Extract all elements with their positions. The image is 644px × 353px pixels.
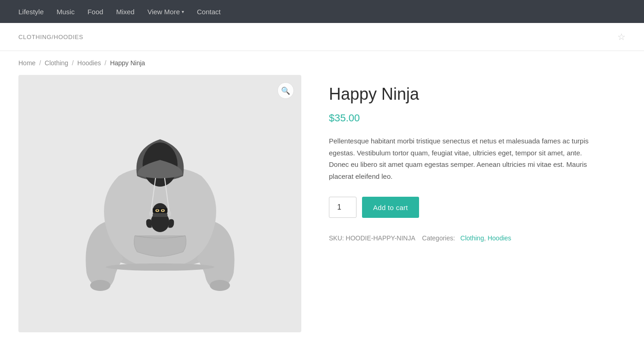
svg-point-16 (106, 263, 214, 271)
product-description: Pellentesque habitant morbi tristique se… (329, 135, 596, 182)
category-clothing-link[interactable]: Clothing (460, 234, 484, 242)
breadcrumb-separator: / (70, 59, 75, 67)
categories-label: Categories: (422, 234, 455, 242)
svg-rect-13 (153, 213, 167, 217)
top-navigation: LifestyleMusicFoodMixedView More▾Contact (0, 0, 644, 23)
category-hoodies-link[interactable]: Hoodies (488, 234, 511, 242)
add-to-cart-button[interactable]: Add to cart (362, 197, 419, 218)
nav-item-lifestyle[interactable]: Lifestyle (18, 8, 44, 16)
product-price: $35.00 (329, 112, 626, 124)
breadcrumb-separator: / (37, 59, 43, 67)
nav-item-contact[interactable]: Contact (197, 8, 221, 16)
sub-header-title: CLOTHING/HOODIES (18, 34, 83, 40)
sku-value: HOODIE-HAPPY-NINJA (346, 234, 415, 242)
sub-header: CLOTHING/HOODIES ☆ (0, 23, 644, 51)
product-image: 🔍 (18, 75, 301, 332)
svg-point-15 (210, 280, 230, 291)
zoom-icon[interactable]: 🔍 (277, 82, 294, 99)
sku-label: SKU: (329, 234, 344, 242)
breadcrumb-item-clothing[interactable]: Clothing (45, 59, 68, 67)
quantity-input[interactable] (329, 197, 356, 218)
breadcrumb-item-happy-ninja: Happy Ninja (110, 59, 145, 67)
breadcrumb-item-home[interactable]: Home (18, 59, 35, 67)
svg-point-4 (149, 211, 153, 216)
nav-item-food[interactable]: Food (87, 8, 103, 16)
product-meta: SKU: HOODIE-HAPPY-NINJA Categories: Clot… (329, 233, 626, 244)
product-title: Happy Ninja (329, 84, 626, 104)
breadcrumb: Home / Clothing / Hoodies / Happy Ninja (0, 51, 644, 75)
breadcrumb-item-hoodies[interactable]: Hoodies (77, 59, 101, 67)
product-details: Happy Ninja $35.00 Pellentesque habitant… (329, 75, 626, 244)
nav-item-view-more[interactable]: View More▾ (147, 8, 184, 16)
product-area: 🔍 (0, 75, 644, 353)
dropdown-arrow-icon: ▾ (182, 9, 184, 14)
breadcrumb-separator: / (103, 59, 108, 67)
svg-rect-8 (153, 208, 167, 213)
nav-item-music[interactable]: Music (57, 8, 75, 16)
svg-point-5 (167, 211, 171, 216)
product-illustration (77, 98, 243, 309)
bookmark-icon[interactable]: ☆ (617, 31, 626, 42)
svg-point-14 (90, 280, 110, 291)
nav-item-mixed[interactable]: Mixed (116, 8, 134, 16)
add-to-cart-row: Add to cart (329, 197, 626, 218)
